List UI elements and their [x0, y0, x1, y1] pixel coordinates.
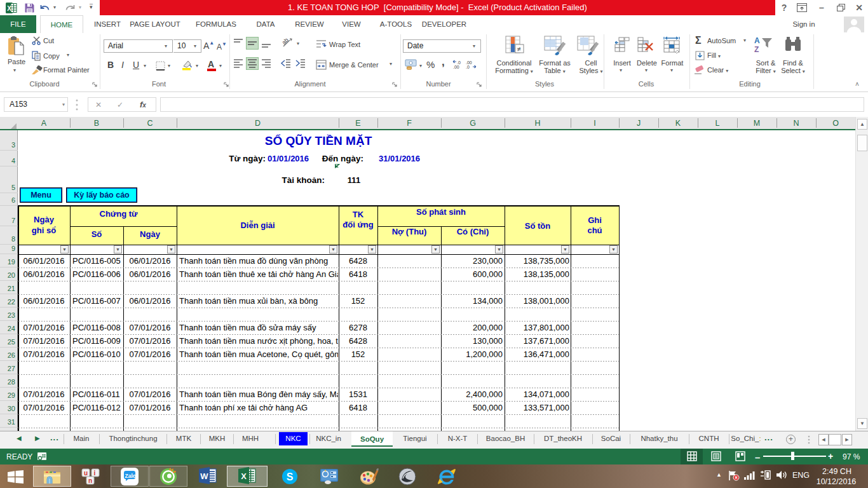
svg-text:i: i [94, 470, 96, 477]
svg-text:X: X [7, 5, 11, 12]
svg-text:Zalo: Zalo [125, 473, 136, 479]
svg-text:.00: .00 [453, 65, 459, 69]
svg-text:X: X [241, 471, 247, 481]
svg-text:S: S [287, 471, 294, 482]
svg-text:.0: .0 [466, 65, 470, 69]
svg-text:.0: .0 [457, 60, 461, 65]
svg-text:Z: Z [754, 45, 759, 54]
svg-text:n: n [88, 477, 92, 484]
svg-text:A: A [754, 36, 760, 45]
svg-text:ab: ab [281, 37, 290, 46]
svg-text:W: W [200, 471, 208, 481]
svg-text:≠: ≠ [517, 45, 521, 53]
svg-text:.00: .00 [466, 60, 472, 65]
svg-text:u: u [84, 470, 88, 477]
